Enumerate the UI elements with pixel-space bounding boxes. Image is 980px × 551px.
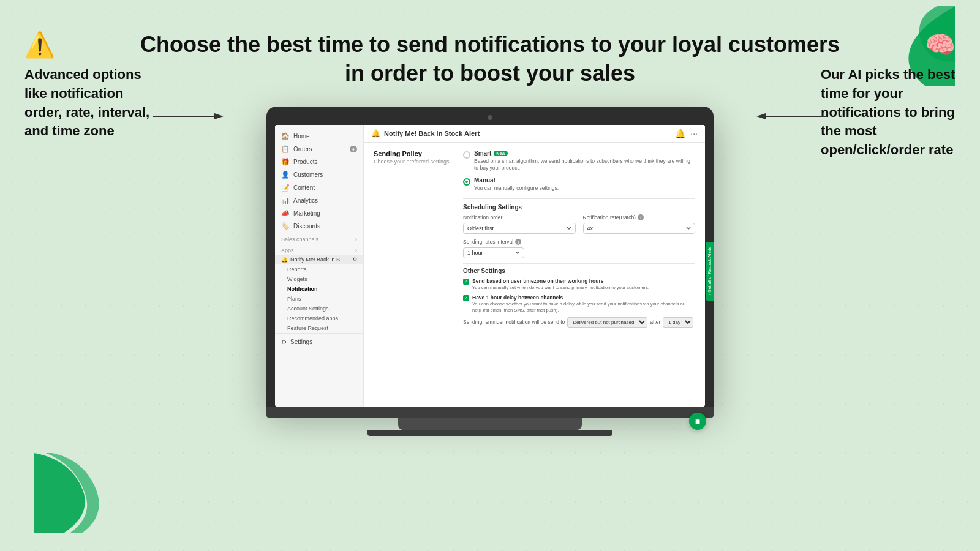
- notification-rate-label: Notification rate(Batch) i: [583, 214, 696, 220]
- sidebar-item-home[interactable]: 🏠 Home: [275, 130, 363, 143]
- notification-rate-select-wrap: 4x 2x 1x: [583, 222, 696, 234]
- page-title: Choose the best time to send notificatio…: [123, 31, 858, 88]
- topbar-icon: 🔔: [371, 129, 380, 138]
- section-sub: Choose your preferred settings.: [374, 159, 453, 165]
- other-settings: Other Settings ✓ Send based on user time…: [463, 263, 695, 327]
- brain-icon: 🧠: [821, 31, 956, 59]
- sidebar-item-analytics[interactable]: 📊 Analytics: [275, 194, 363, 207]
- checkbox-1[interactable]: ✓: [463, 279, 469, 285]
- settings-item[interactable]: ⚙ Settings: [275, 336, 363, 348]
- sending-interval-select-wrap: 1 hour 2 hours 30 minutes: [463, 246, 695, 258]
- notification-order-select-wrap: Oldest first Newest first: [463, 222, 576, 234]
- reminder-text-1: Sending reminder notification will be se…: [463, 319, 565, 325]
- right-panel: Smart New Based on a smart algorithm, we…: [463, 150, 695, 328]
- smart-label: Smart New: [474, 150, 695, 157]
- sending-interval-group: Sending rates interval i 1 hour 2 hours …: [463, 239, 695, 258]
- laptop-stand: [398, 418, 582, 430]
- sidebar: 🏠 Home 📋 Orders 4 🎁 Products 👤 Cus: [275, 125, 364, 407]
- settings-icon: ⚙: [281, 339, 287, 345]
- laptop: 🏠 Home 📋 Orders 4 🎁 Products 👤 Cus: [266, 107, 714, 407]
- laptop-base: [266, 407, 714, 418]
- sidebar-item-label: Discounts: [293, 223, 320, 230]
- manual-label: Manual: [474, 177, 559, 184]
- topbar-actions: 🔔 ···: [675, 129, 698, 138]
- notification-rate-select[interactable]: 4x 2x 1x: [583, 223, 696, 234]
- smart-option[interactable]: Smart New Based on a smart algorithm, we…: [463, 150, 695, 173]
- smart-label-group: Smart New Based on a smart algorithm, we…: [474, 150, 695, 173]
- sidebar-item-marketing[interactable]: 📣 Marketing: [275, 207, 363, 220]
- sidebar-item-label: Products: [293, 159, 317, 165]
- form-row-1: Notification order Oldest first Newest f…: [463, 214, 695, 234]
- sidebar-app-reports[interactable]: Reports: [275, 264, 363, 274]
- topbar: 🔔 Notify Me! Back in Stock Alert 🔔 ···: [364, 125, 705, 143]
- app-name: Notify Me! Back in S...: [290, 257, 345, 263]
- scheduling-section: Scheduling Settings Notification order: [463, 198, 695, 258]
- manual-desc: You can manually configure settings.: [474, 185, 559, 192]
- content-area: 🔔 Notify Me! Back in Stock Alert 🔔 ··· S…: [364, 125, 705, 407]
- topbar-title: 🔔 Notify Me! Back in Stock Alert: [371, 129, 480, 138]
- apps-section: Apps ›: [275, 244, 363, 255]
- laptop-foot: [368, 430, 612, 436]
- sending-interval-select[interactable]: 1 hour 2 hours 30 minutes: [463, 247, 524, 258]
- discounts-icon: 🏷️: [281, 222, 290, 230]
- checkbox-2[interactable]: ✓: [463, 295, 469, 301]
- sidebar-item-label: Content: [293, 184, 315, 191]
- manual-label-group: Manual You can manually configure settin…: [474, 177, 559, 192]
- topbar-bell-btn[interactable]: 🔔: [675, 129, 685, 138]
- notification-order-label: Notification order: [463, 214, 576, 220]
- sidebar-item-orders[interactable]: 📋 Orders 4: [275, 143, 363, 156]
- sidebar-item-products[interactable]: 🎁 Products: [275, 156, 363, 168]
- checkbox-1-desc: You can manually set when do you want to…: [472, 285, 649, 291]
- sidebar-app-widgets[interactable]: Widgets: [275, 274, 363, 284]
- reminder-select-1[interactable]: Delivered but not purchased: [567, 317, 647, 328]
- form-row-2: Sending rates interval i 1 hour 2 hours …: [463, 239, 695, 258]
- settings-label: Settings: [290, 339, 312, 345]
- topbar-more-btn[interactable]: ···: [690, 129, 698, 138]
- customers-icon: 👤: [281, 171, 290, 179]
- reminder-select-2[interactable]: 1 day: [663, 317, 693, 328]
- info-icon-interval: i: [515, 239, 521, 245]
- sidebar-item-customers[interactable]: 👤 Customers: [275, 168, 363, 181]
- sidebar-app-account[interactable]: Account Settings: [275, 304, 363, 313]
- sidebar-app-notification[interactable]: Notification: [275, 284, 363, 294]
- sidebar-app-recommended[interactable]: Recommended apps: [275, 313, 363, 323]
- smart-desc: Based on a smart algorithm, we send noti…: [474, 158, 695, 173]
- products-icon: 🎁: [281, 158, 290, 166]
- sidebar-bottom: ⚙ Settings: [275, 333, 363, 348]
- sidebar-item-label: Orders: [293, 146, 312, 152]
- laptop-screen: 🏠 Home 📋 Orders 4 🎁 Products 👤 Cus: [275, 125, 705, 407]
- sidebar-item-label: Marketing: [293, 210, 320, 217]
- deco-bottom-left: [34, 453, 107, 533]
- sales-channels-section: Sales channels ›: [275, 233, 363, 244]
- checkbox-row-2: ✓ Have 1 hour delay between channels You…: [463, 294, 695, 313]
- marketing-icon: 📣: [281, 209, 290, 217]
- sidebar-item-label: Analytics: [293, 197, 318, 204]
- checkbox-2-desc: You can choose whether you want to have …: [472, 301, 695, 313]
- manual-radio[interactable]: [463, 178, 470, 186]
- content-icon: 📝: [281, 184, 290, 192]
- checkbox-1-label: Send based on user timezone on their wor…: [472, 278, 649, 284]
- notification-order-group: Notification order Oldest first Newest f…: [463, 214, 576, 234]
- warning-icon: ⚠️: [24, 31, 159, 59]
- sidebar-item-label: Home: [293, 133, 310, 140]
- app-main-item[interactable]: 🔔 Notify Me! Back in S... ⚙: [275, 255, 363, 264]
- smart-radio[interactable]: [463, 151, 470, 159]
- sidebar-item-content[interactable]: 📝 Content: [275, 181, 363, 194]
- scheduling-title: Scheduling Settings: [463, 204, 695, 211]
- sidebar-app-feature[interactable]: Feature Request: [275, 323, 363, 333]
- section-title: Sending Policy: [374, 150, 453, 157]
- smart-badge: New: [494, 151, 507, 156]
- laptop-container: 🏠 Home 📋 Orders 4 🎁 Products 👤 Cus: [266, 107, 714, 436]
- notification-order-select[interactable]: Oldest first Newest first: [463, 223, 576, 234]
- info-icon-rate: i: [638, 214, 644, 220]
- orders-icon: 📋: [281, 145, 290, 153]
- checkbox-1-content: Send based on user timezone on their wor…: [472, 278, 649, 291]
- reminder-text-2: after: [650, 319, 660, 325]
- sidebar-app-plans[interactable]: Plans: [275, 294, 363, 304]
- reminder-row: Sending reminder notification will be se…: [463, 317, 695, 328]
- orders-badge: 4: [350, 146, 357, 152]
- left-panel: Sending Policy Choose your preferred set…: [374, 150, 453, 328]
- manual-option[interactable]: Manual You can manually configure settin…: [463, 177, 695, 192]
- checkbox-row-1: ✓ Send based on user timezone on their w…: [463, 278, 695, 291]
- sidebar-item-discounts[interactable]: 🏷️ Discounts: [275, 220, 363, 233]
